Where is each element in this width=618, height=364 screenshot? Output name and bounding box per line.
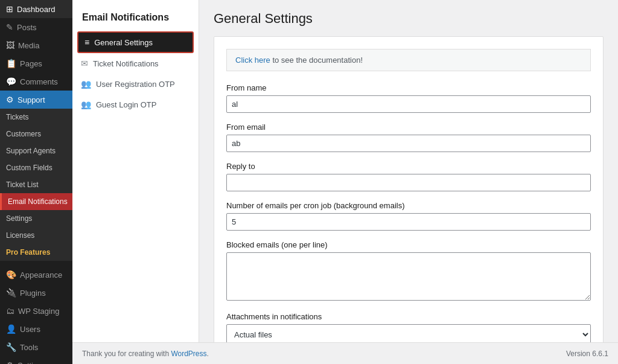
attachments-label: Attachments in notifications <box>226 312 591 321</box>
support-agents-label: Support Agents <box>6 147 56 155</box>
tools-label: Tools <box>20 343 38 352</box>
settings-label: Settings <box>6 214 32 223</box>
sidebar-item-tools[interactable]: 🔧 Tools <box>0 338 72 356</box>
sidebar-item-licenses[interactable]: Licenses <box>0 227 72 244</box>
tickets-label: Tickets <box>6 113 29 121</box>
sidebar-item-pro-features[interactable]: Pro Features <box>0 244 72 261</box>
doc-notice: Click here to see the documentation! <box>226 49 591 71</box>
doc-notice-text: to see the documentation! <box>270 56 363 65</box>
menu-item-general-settings[interactable]: ≡ General Settings <box>77 31 194 53</box>
ticket-notifications-icon: ✉ <box>81 59 88 68</box>
menu-item-ticket-notifications[interactable]: ✉ Ticket Notifications <box>72 53 199 74</box>
media-icon: 🖼 <box>6 40 14 50</box>
general-settings-label: General Settings <box>94 38 153 47</box>
sidebar: ⊞ Dashboard ✎ Posts 🖼 Media 📋 Pages 💬 Co… <box>0 0 72 364</box>
sidebar-item-customers[interactable]: Customers <box>0 126 72 142</box>
blocked-emails-group: Blocked emails (one per line) <box>226 240 591 302</box>
plugins-label: Plugins <box>20 289 46 298</box>
users-icon: 👤 <box>6 324 16 334</box>
emails-per-cron-group: Number of emails per cron job (backgroun… <box>226 201 591 231</box>
from-name-label: From name <box>226 83 591 92</box>
from-email-input[interactable] <box>226 135 591 152</box>
sidebar-item-tickets[interactable]: Tickets <box>0 109 72 126</box>
support-icon: ⚙ <box>6 95 14 104</box>
sidebar-item-label: Dashboard <box>17 5 56 14</box>
pro-features-label: Pro Features <box>6 248 50 257</box>
sidebar-item-pages[interactable]: 📋 Pages <box>0 54 72 72</box>
dashboard-icon: ⊞ <box>6 4 13 14</box>
sidebar-item-email-notifications[interactable]: Email Notifications <box>0 193 72 210</box>
sidebar-item-label: Pages <box>20 59 42 68</box>
wp-staging-label: WP Staging <box>18 307 59 316</box>
content-area: General Settings Click here to see the d… <box>199 0 618 364</box>
comments-icon: 💬 <box>6 77 16 86</box>
footer-text: Thank you for creating with WordPress. <box>82 350 209 358</box>
ticket-list-label: Ticket List <box>6 180 39 189</box>
guest-login-label: Guest Login OTP <box>96 100 156 109</box>
sidebar-item-appearance[interactable]: 🎨 Appearance <box>0 266 72 284</box>
licenses-label: Licenses <box>6 231 34 240</box>
main-area: Email Notifications ≡ General Settings ✉… <box>72 0 618 364</box>
reply-to-group: Reply to <box>226 162 591 191</box>
reply-to-input[interactable] <box>226 174 591 191</box>
attachments-group: Attachments in notifications Actual file… <box>226 312 591 345</box>
sidebar-item-settings-main[interactable]: ⚙ Settings <box>0 356 72 364</box>
sidebar-item-plugins[interactable]: 🔌 Plugins <box>0 284 72 302</box>
from-name-group: From name <box>226 83 591 113</box>
pages-icon: 📋 <box>6 59 16 68</box>
sidebar-item-support[interactable]: ⚙ Support <box>0 91 72 109</box>
attachments-select[interactable]: Actual files Links only No attachments <box>226 324 591 345</box>
sidebar-item-label: Media <box>18 41 39 50</box>
email-notifications-panel: Email Notifications ≡ General Settings ✉… <box>72 0 199 364</box>
sidebar-item-media[interactable]: 🖼 Media <box>0 36 72 54</box>
email-notifications-label: Email Notifications <box>8 197 68 206</box>
user-reg-label: User Registration OTP <box>96 80 175 89</box>
sidebar-item-label: Support <box>18 95 45 104</box>
from-email-label: From email <box>226 123 591 132</box>
settings-card: Click here to see the documentation! Fro… <box>214 36 604 364</box>
wordpress-link[interactable]: WordPress <box>171 350 206 358</box>
guest-login-icon: 👥 <box>81 100 91 109</box>
user-reg-icon: 👥 <box>81 79 91 89</box>
blocked-emails-input[interactable] <box>226 252 591 301</box>
version-text: Version 6.6.1 <box>566 350 608 358</box>
wp-staging-icon: 🗂 <box>6 306 14 316</box>
sidebar-item-comments[interactable]: 💬 Comments <box>0 72 72 91</box>
sidebar-item-wp-staging[interactable]: 🗂 WP Staging <box>0 302 72 320</box>
sidebar-item-users[interactable]: 👤 Users <box>0 320 72 338</box>
ticket-notifications-label: Ticket Notifications <box>93 59 159 68</box>
customers-label: Customers <box>6 130 41 138</box>
sidebar-item-dashboard[interactable]: ⊞ Dashboard <box>0 0 72 18</box>
from-name-input[interactable] <box>226 95 591 113</box>
tools-icon: 🔧 <box>6 342 16 352</box>
emails-per-cron-label: Number of emails per cron job (backgroun… <box>226 201 591 210</box>
blocked-emails-label: Blocked emails (one per line) <box>226 240 591 249</box>
footer: Thank you for creating with WordPress. V… <box>72 342 618 364</box>
sidebar-item-custom-fields[interactable]: Custom Fields <box>0 159 72 176</box>
sidebar-item-support-agents[interactable]: Support Agents <box>0 142 72 159</box>
reply-to-label: Reply to <box>226 162 591 171</box>
appearance-icon: 🎨 <box>6 270 16 279</box>
menu-item-user-registration-otp[interactable]: 👥 User Registration OTP <box>72 74 199 94</box>
sidebar-item-label: Comments <box>20 77 58 86</box>
page-title: General Settings <box>214 11 604 27</box>
appearance-label: Appearance <box>20 270 62 279</box>
general-settings-icon: ≡ <box>84 37 89 47</box>
users-label: Users <box>20 325 40 334</box>
from-email-group: From email <box>226 123 591 152</box>
custom-fields-label: Custom Fields <box>6 164 53 172</box>
sidebar-item-ticket-list[interactable]: Ticket List <box>0 176 72 193</box>
sidebar-item-posts[interactable]: ✎ Posts <box>0 18 72 36</box>
sidebar-item-settings[interactable]: Settings <box>0 210 72 227</box>
panel-title: Email Notifications <box>72 12 199 31</box>
posts-icon: ✎ <box>6 22 13 32</box>
doc-link[interactable]: Click here <box>235 56 270 65</box>
settings-main-icon: ⚙ <box>6 360 14 364</box>
settings-main-label: Settings <box>18 361 46 365</box>
emails-per-cron-input[interactable] <box>226 213 591 231</box>
sidebar-item-label: Posts <box>17 23 37 32</box>
menu-item-guest-login-otp[interactable]: 👥 Guest Login OTP <box>72 94 199 115</box>
plugins-icon: 🔌 <box>6 288 16 298</box>
